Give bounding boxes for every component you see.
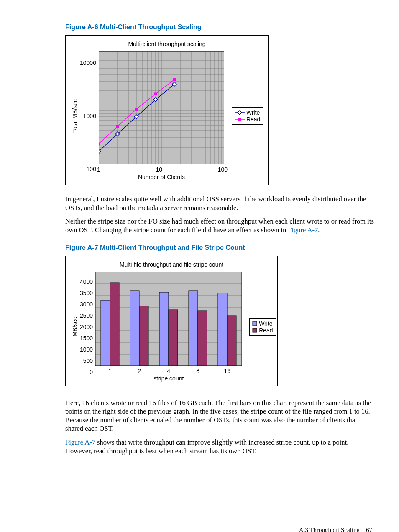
ytick: 500 <box>83 357 93 364</box>
ytick: 1500 <box>80 335 93 342</box>
xtick: 2 <box>125 368 154 374</box>
swatch-icon <box>252 321 257 326</box>
chart-a7-plot <box>95 272 242 366</box>
xtick: 1 <box>95 368 125 374</box>
svg-rect-65 <box>189 291 198 366</box>
xtick: 10 <box>156 166 162 173</box>
page-footer: A.3 Throughput Scaling 67 <box>65 527 374 532</box>
figure-link[interactable]: Figure A-7 <box>65 438 95 446</box>
xtick: 100 <box>218 166 228 173</box>
svg-rect-66 <box>198 311 207 366</box>
footer-page-number: 67 <box>366 527 372 532</box>
xtick: 16 <box>212 368 242 374</box>
svg-rect-42 <box>135 108 138 111</box>
chart-a6-xlabel: Number of Clients <box>138 174 185 180</box>
chart-a6: Multi-client throughput scaling Total MB… <box>65 35 269 185</box>
ytick: 2500 <box>80 312 93 319</box>
svg-rect-64 <box>169 310 178 366</box>
figure-link[interactable]: Figure A-7 <box>288 226 318 234</box>
chart-a7-title: Multi-file throughput and file stripe co… <box>72 261 271 268</box>
swatch-icon <box>252 328 257 333</box>
ytick: 10000 <box>80 59 96 66</box>
svg-rect-59 <box>101 300 110 366</box>
figure-a6-title: Figure A-6 Multi-Client Throughput Scali… <box>65 23 374 31</box>
legend-label: Read <box>259 327 273 334</box>
svg-rect-47 <box>238 118 241 121</box>
chart-a7: Multi-file throughput and file stripe co… <box>65 256 278 386</box>
paragraph: Neither the stripe size nor the I/O size… <box>65 217 374 234</box>
chart-a7-ylabel: MB/sec <box>72 317 78 337</box>
svg-rect-63 <box>159 292 169 366</box>
xtick: 1 <box>97 166 100 173</box>
svg-rect-41 <box>116 125 119 128</box>
svg-rect-69 <box>253 321 257 326</box>
ytick: 4000 <box>80 278 93 285</box>
svg-rect-67 <box>218 293 227 366</box>
xtick: 4 <box>154 368 183 374</box>
ytick: 1000 <box>83 113 96 119</box>
chart-a6-plot <box>99 51 224 164</box>
chart-a7-legend: Write Read <box>249 318 276 336</box>
chart-a6-title: Multi-client throughput scaling <box>72 41 262 47</box>
legend-label: Write <box>259 320 272 327</box>
footer-section: A.3 Throughput Scaling <box>299 527 360 532</box>
ytick: 3000 <box>80 301 93 308</box>
paragraph: Figure A-7 shows that write throughput c… <box>65 438 374 455</box>
ytick: 3500 <box>80 290 93 296</box>
legend-label: Write <box>246 109 260 116</box>
square-marker-icon <box>235 117 245 122</box>
svg-rect-44 <box>173 78 176 81</box>
svg-rect-43 <box>154 93 157 95</box>
svg-rect-40 <box>99 143 100 145</box>
svg-rect-68 <box>227 316 236 366</box>
svg-rect-62 <box>139 306 148 366</box>
paragraph: In general, Lustre scales quite well wit… <box>65 195 374 212</box>
chart-a7-xlabel: stripe count <box>153 375 184 382</box>
chart-a6-legend: Write Read <box>232 107 263 125</box>
figure-a7-title: Figure A-7 Multi-Client Throughput and F… <box>65 244 374 252</box>
svg-rect-70 <box>253 328 257 332</box>
svg-rect-60 <box>110 283 119 366</box>
ytick: 100 <box>87 166 96 172</box>
chart-a6-ylabel: Total MB/sec <box>72 99 78 133</box>
xtick: 8 <box>183 368 212 374</box>
legend-label: Read <box>246 116 260 123</box>
svg-rect-61 <box>130 291 139 366</box>
ytick: 1000 <box>80 346 93 353</box>
ytick: 0 <box>90 369 93 375</box>
ytick: 2000 <box>80 324 93 330</box>
paragraph: Here, 16 clients wrote or read 16 files … <box>65 399 374 434</box>
diamond-marker-icon <box>235 110 245 115</box>
